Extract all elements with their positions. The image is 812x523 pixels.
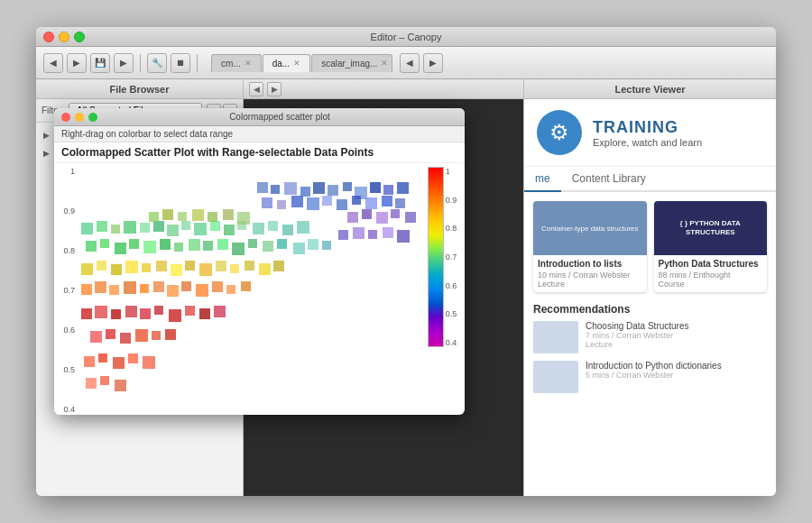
card-thumbnail-2: { } PYTHON DATA STRUCTURES [654,201,768,255]
lecture-viewer-panel: Lecture Viewer ⚙ TRAINING Explore, watch… [523,79,776,496]
y-axis-labels: 1 0.9 0.8 0.7 0.6 0.5 0.4 [54,163,77,415]
maximize-button[interactable] [74,32,85,42]
svg-rect-49 [263,241,273,252]
svg-rect-47 [232,243,245,255]
svg-rect-50 [277,239,287,249]
toolbar-back-btn[interactable]: ◀ [43,53,63,73]
svg-rect-76 [196,284,208,297]
toolbar-debug-btn[interactable]: 🔧 [147,53,167,73]
tab-close-icon[interactable]: ✕ [245,59,252,68]
recommendation-item-2[interactable]: Introduction to Python dictionaries 5 mi… [533,361,767,393]
editor-back-btn[interactable]: ◀ [249,82,263,96]
toolbar: ◀ ▶ 💾 ▶ 🔧 ⏹ cm... ✕ da... ✕ scalar_imag.… [36,47,776,79]
svg-rect-101 [152,331,161,340]
svg-rect-94 [208,212,217,222]
card-thumbnail-1: Container-type data structures [533,201,647,255]
card-meta-1: 10 mins / Corran Webster Lecture [533,269,647,292]
editor-forward-btn[interactable]: ▶ [267,82,281,96]
toolbar-run-btn[interactable]: ▶ [114,53,134,73]
scatter-plot-area: 1 0.9 0.8 0.7 0.6 0.5 0.4 // Will be dra… [54,163,465,415]
svg-rect-88 [199,308,210,319]
svg-rect-75 [181,281,191,291]
svg-rect-34 [268,221,278,231]
svg-rect-82 [111,309,121,319]
svg-rect-37 [86,241,97,252]
scatter-max-btn[interactable] [88,113,97,122]
svg-rect-56 [111,264,122,275]
window-title: Editor – Canopy [371,32,442,42]
scatter-title-bar: Colormapped scatter plot [54,108,465,126]
card-python-data-structures[interactable]: { } PYTHON DATA STRUCTURES Python Data S… [654,201,768,292]
recommendations-title: Recommendations [533,303,767,316]
svg-rect-100 [135,329,148,342]
tab-close-icon-2[interactable]: ✕ [293,59,300,68]
scatter-hint: Right-drag on colorbar to select data ra… [54,126,465,142]
toolbar-forward-btn[interactable]: ▶ [67,53,87,73]
toolbar-stop-btn[interactable]: ⏹ [171,53,190,73]
content-cards: Container-type data structures Introduct… [533,201,767,292]
svg-rect-102 [165,329,176,340]
svg-rect-39 [115,243,126,254]
desktop: Editor – Canopy ◀ ▶ 💾 ▶ 🔧 ⏹ cm... ✕ da..… [0,0,812,523]
svg-rect-25 [140,223,150,233]
svg-rect-80 [81,308,92,319]
scatter-close-btn[interactable] [61,113,70,122]
editor-toolbar: ◀ ▶ [244,79,523,99]
scatter-min-btn[interactable] [75,113,84,122]
svg-rect-61 [185,261,195,271]
svg-rect-10 [397,182,409,194]
svg-rect-81 [95,306,107,318]
toolbar-prev-tab[interactable]: ◀ [400,53,420,73]
toolbar-save-btn[interactable]: 💾 [90,53,110,73]
card-intro-to-lists[interactable]: Container-type data structures Introduct… [533,201,647,292]
tab-da[interactable]: da... ✕ [263,54,310,72]
svg-rect-62 [199,263,212,276]
svg-rect-22 [97,221,107,232]
svg-rect-55 [97,261,106,271]
scatter-main-title: Colormapped Scatter Plot with Range-sele… [54,142,465,163]
svg-rect-35 [282,225,293,235]
colorbar-labels: 1 0.9 0.8 0.7 0.6 0.5 0.4 [446,167,457,347]
svg-rect-64 [230,264,239,273]
svg-rect-79 [241,281,251,291]
tab-cm[interactable]: cm... ✕ [211,54,262,72]
training-text: TRAINING Explore, watch and learn [593,118,702,148]
svg-rect-117 [353,227,364,239]
tab-scalar[interactable]: scalar_imag... ✕ [311,54,392,72]
svg-rect-36 [297,221,309,234]
svg-rect-58 [142,263,151,272]
svg-rect-91 [162,209,173,220]
svg-rect-89 [214,306,226,317]
svg-rect-51 [293,243,305,254]
svg-rect-72 [140,284,149,293]
svg-rect-2 [284,182,297,195]
svg-rect-96 [237,212,250,225]
expand-arrow-icon-2: ▶ [43,149,50,158]
tab-close-icon-3[interactable]: ✕ [381,59,388,68]
recommendation-item-1[interactable]: Choosing Data Structures 7 mins / Corran… [533,321,767,353]
svg-rect-84 [140,308,151,319]
svg-rect-14 [307,197,319,210]
svg-rect-60 [171,264,182,276]
svg-rect-116 [338,230,348,240]
tab-me[interactable]: me [524,167,561,192]
minimize-button[interactable] [59,32,69,42]
svg-rect-104 [98,353,107,362]
scatter-canvas: // Will be drawn via inline rects below [77,163,420,415]
svg-rect-9 [383,185,393,195]
svg-rect-73 [153,281,164,292]
svg-rect-48 [248,239,257,248]
svg-rect-111 [347,212,358,223]
tab-content-library[interactable]: Content Library [561,167,657,192]
rec-thumb-1 [533,321,578,353]
svg-rect-16 [337,199,347,210]
title-bar: Editor – Canopy [36,27,776,47]
svg-rect-42 [160,239,171,250]
toolbar-next-tab[interactable]: ▶ [423,53,443,73]
svg-rect-27 [167,225,179,236]
svg-rect-120 [397,230,410,243]
svg-rect-4 [313,182,325,194]
svg-rect-92 [178,212,187,221]
svg-rect-87 [185,306,195,316]
close-button[interactable] [43,32,54,42]
